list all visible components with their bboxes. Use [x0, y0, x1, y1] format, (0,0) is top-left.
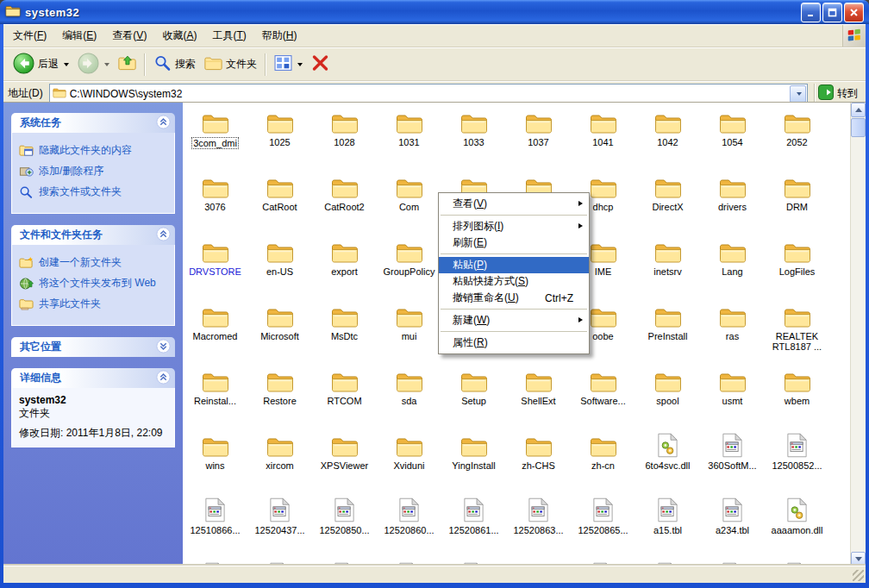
menu-favorites[interactable]: 收藏(A) [154, 25, 204, 47]
chevron-up-icon[interactable] [156, 227, 171, 244]
file-item[interactable]: 1042 [635, 106, 700, 171]
file-item[interactable]: RTCOM [312, 365, 377, 429]
address-dropdown-button[interactable] [790, 85, 806, 103]
file-item[interactable]: 12520861... [441, 494, 506, 559]
file-item[interactable]: wins [183, 429, 247, 494]
file-item[interactable]: CatRoot [247, 171, 312, 235]
up-button[interactable] [114, 52, 141, 77]
scroll-up-button[interactable] [851, 103, 866, 117]
file-item[interactable]: 1031 [377, 106, 441, 171]
search-button[interactable]: 搜索 [149, 52, 200, 77]
file-item[interactable]: Macromed [183, 300, 247, 365]
link-add-remove-programs[interactable]: 添加/删除程序 [19, 165, 169, 180]
views-dropdown-icon[interactable] [297, 63, 303, 66]
file-item[interactable]: PreInstall [635, 300, 700, 365]
context-item-properties[interactable]: 属性(R) [439, 335, 589, 351]
menu-view[interactable]: 查看(V) [104, 25, 154, 47]
file-item[interactable]: xircom [247, 429, 312, 494]
forward-button[interactable] [73, 50, 114, 79]
address-input[interactable]: C:\WINDOWS\system32 [49, 84, 808, 104]
panel-header-details[interactable]: 详细信息 [11, 368, 175, 388]
link-share-folder[interactable]: 共享此文件夹 [19, 297, 169, 313]
context-item-arrange-icons[interactable]: 排列图标(I) [439, 218, 589, 235]
file-item[interactable]: Reinstal... [183, 365, 247, 429]
file-item[interactable]: DRVSTORE [183, 235, 247, 300]
menu-file[interactable]: 文件(F) [5, 25, 54, 47]
close-button[interactable] [844, 3, 864, 22]
back-dropdown-icon[interactable] [64, 63, 69, 66]
file-item[interactable]: 1028 [312, 106, 377, 171]
file-item[interactable]: 3com_dmi [183, 106, 247, 171]
chevron-down-icon[interactable] [156, 339, 171, 356]
link-hide-folder-contents[interactable]: 隐藏此文件夹的内容 [19, 144, 169, 160]
file-item[interactable]: 1054 [700, 106, 765, 171]
file-item[interactable]: ras [700, 300, 765, 365]
link-search-files-folders[interactable]: 搜索文件或文件夹 [19, 185, 169, 201]
file-item[interactable]: aaaamon.dll [765, 494, 829, 559]
resize-grip[interactable] [853, 570, 864, 581]
delete-button[interactable] [307, 52, 334, 77]
file-item[interactable]: Restore [247, 365, 312, 429]
file-item[interactable]: 1033 [441, 106, 506, 171]
panel-header-system-tasks[interactable]: 系统任务 [11, 113, 175, 133]
file-item[interactable]: mui [377, 300, 441, 365]
chevron-up-icon[interactable] [156, 115, 171, 132]
file-item[interactable]: export [312, 235, 377, 300]
context-item-paste-shortcut[interactable]: 粘贴快捷方式(S) [439, 273, 589, 290]
file-item[interactable]: DRM [765, 171, 829, 235]
menu-tools[interactable]: 工具(T) [204, 25, 253, 47]
file-item[interactable]: 6to4svc.dll [635, 429, 700, 494]
folders-button[interactable]: 文件夹 [200, 52, 261, 77]
file-item[interactable]: 12520863... [506, 494, 571, 559]
vertical-scrollbar[interactable] [850, 103, 866, 566]
panel-header-file-tasks[interactable]: 文件和文件夹任务 [11, 225, 175, 245]
file-item[interactable]: spool [635, 365, 700, 429]
file-item[interactable]: Setup [441, 365, 506, 429]
chevron-up-icon[interactable] [156, 370, 171, 387]
file-item[interactable]: 2052 [765, 106, 829, 171]
file-item[interactable]: 12510866... [183, 494, 247, 559]
file-item[interactable]: a15.tbl [635, 494, 700, 559]
file-item[interactable]: zh-cn [571, 429, 635, 494]
context-item-new[interactable]: 新建(W) [439, 312, 589, 328]
file-item[interactable]: 1037 [506, 106, 571, 171]
file-item[interactable]: Software... [571, 365, 635, 429]
file-item[interactable]: 12520437... [247, 494, 312, 559]
file-item[interactable]: 12520850... [312, 494, 377, 559]
file-item[interactable]: REALTEK RTL8187 ... [765, 300, 829, 365]
file-item[interactable]: 1025 [247, 106, 312, 171]
file-item[interactable]: en-US [247, 235, 312, 300]
panel-header-other-places[interactable]: 其它位置 [11, 337, 175, 357]
file-item[interactable]: usmt [700, 365, 765, 429]
file-item[interactable]: XPSViewer [312, 429, 377, 494]
file-item[interactable]: MsDtc [312, 300, 377, 365]
views-button[interactable] [270, 52, 307, 77]
scroll-down-button[interactable] [851, 552, 866, 566]
back-button[interactable]: 后退 [9, 50, 73, 79]
file-item[interactable]: wbem [765, 365, 829, 429]
file-item[interactable]: 12520860... [377, 494, 441, 559]
maximize-button[interactable] [822, 3, 842, 22]
file-item[interactable]: 12500852... [765, 429, 829, 494]
address-path[interactable]: C:\WINDOWS\system32 [70, 88, 183, 100]
file-item[interactable]: drivers [700, 171, 765, 235]
file-item[interactable]: ShellExt [506, 365, 571, 429]
menu-edit[interactable]: 编辑(E) [54, 25, 104, 47]
file-item[interactable]: LogFiles [765, 235, 829, 300]
file-item[interactable]: YingInstall [441, 429, 506, 494]
file-item[interactable]: zh-CHS [506, 429, 571, 494]
file-item[interactable]: Com [377, 171, 441, 235]
context-item-paste[interactable]: 粘贴(P) [439, 257, 589, 273]
context-item-refresh[interactable]: 刷新(E) [439, 235, 589, 251]
context-item-undo-rename[interactable]: 撤销重命名(U)Ctrl+Z [439, 290, 589, 306]
menu-help[interactable]: 帮助(H) [254, 25, 305, 47]
file-item[interactable]: a234.tbl [700, 494, 765, 559]
file-item[interactable]: CatRoot2 [312, 171, 377, 235]
link-publish-web[interactable]: 将这个文件夹发布到 Web [19, 277, 169, 292]
go-button[interactable]: 转到 [814, 84, 861, 104]
minimize-button[interactable] [801, 3, 821, 22]
link-new-folder[interactable]: 创建一个新文件夹 [19, 256, 169, 272]
file-item[interactable]: Lang [700, 235, 765, 300]
file-item[interactable]: 360SoftM... [700, 429, 765, 494]
file-item[interactable]: 12520865... [571, 494, 635, 559]
